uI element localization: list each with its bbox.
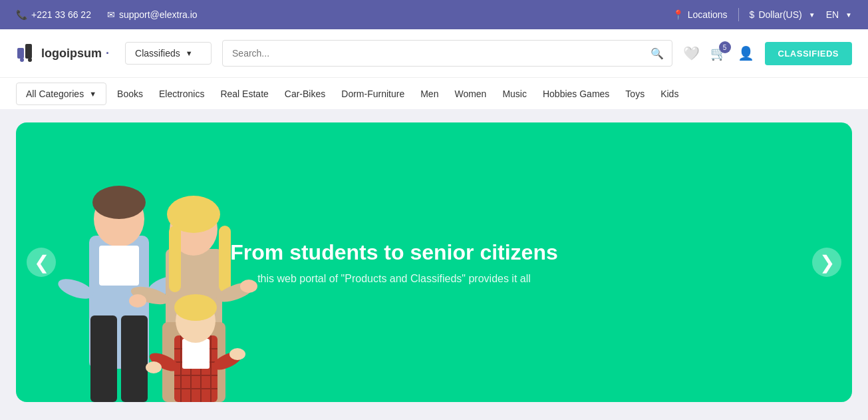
top-bar-right: 📍 Locations $ Dollar(US) ▼ EN ▼ (672, 8, 852, 21)
language-selector[interactable]: EN ▼ (826, 9, 852, 20)
nav-link-car-bikes[interactable]: Car-Bikes (285, 86, 325, 102)
classifieds-cta-button[interactable]: CLASSIFIEDS (765, 42, 852, 65)
phone-number: +221 33 66 22 (31, 9, 91, 20)
logo-text: logoipsum (41, 47, 102, 61)
all-categories-label: All Categories (26, 89, 84, 99)
phone-link[interactable]: 📞 +221 33 66 22 (16, 9, 91, 20)
svg-rect-32 (182, 339, 210, 369)
hero-banner: From students to senior citizens this we… (16, 122, 852, 402)
nav-link-books[interactable]: Books (117, 86, 143, 102)
svg-point-34 (174, 294, 217, 321)
search-button[interactable]: 🔍 (643, 42, 672, 65)
search-input[interactable] (223, 43, 643, 64)
top-bar: 📞 +221 33 66 22 ✉ support@elextra.io 📍 L… (0, 0, 868, 29)
locations-link[interactable]: 📍 Locations (672, 9, 728, 20)
currency-chevron-icon: ▼ (809, 11, 815, 19)
nav-link-women[interactable]: Women (454, 86, 486, 102)
wishlist-button[interactable]: 🤍 (683, 45, 700, 61)
chevron-right-icon: ❯ (819, 252, 835, 274)
classifieds-dropdown-label: Classifieds (135, 48, 180, 59)
nav-link-kids[interactable]: Kids (660, 86, 678, 102)
location-icon: 📍 (672, 9, 684, 20)
heart-icon: 🤍 (683, 46, 700, 61)
email-address: support@elextra.io (119, 9, 198, 20)
nav-link-men[interactable]: Men (420, 86, 438, 102)
locations-label: Locations (688, 9, 728, 20)
svg-point-2 (20, 58, 24, 62)
nav-link-toys[interactable]: Toys (625, 86, 645, 102)
svg-rect-9 (99, 246, 139, 286)
svg-point-38 (229, 348, 245, 360)
svg-point-37 (146, 361, 162, 373)
user-account-button[interactable]: 👤 (738, 45, 754, 61)
hero-section: From students to senior citizens this we… (0, 109, 868, 415)
currency-selector[interactable]: $ Dollar(US) ▼ (750, 9, 815, 20)
header-icons: 🤍 🛒 5 👤 (683, 45, 754, 61)
phone-icon: 📞 (16, 9, 27, 20)
classifieds-chevron-icon: ▼ (186, 49, 193, 57)
nav-link-music[interactable]: Music (502, 86, 527, 102)
top-bar-left: 📞 +221 33 66 22 ✉ support@elextra.io (16, 9, 198, 20)
logo[interactable]: logoipsum · (16, 43, 109, 64)
nav-link-real-estate[interactable]: Real Estate (220, 86, 268, 102)
email-icon: ✉ (107, 9, 115, 20)
separator (738, 8, 739, 21)
svg-rect-7 (90, 315, 117, 402)
nav-link-hobbies-games[interactable]: Hobbies Games (543, 86, 609, 102)
email-link[interactable]: ✉ support@elextra.io (107, 9, 198, 20)
svg-rect-17 (169, 226, 181, 292)
cart-button[interactable]: 🛒 5 (710, 45, 727, 61)
all-categories-chevron-icon: ▼ (89, 90, 96, 98)
svg-point-3 (28, 58, 32, 62)
cart-badge: 5 (719, 41, 731, 53)
all-categories-button[interactable]: All Categories ▼ (16, 83, 106, 105)
svg-rect-8 (121, 315, 148, 402)
logo-icon (16, 43, 37, 64)
classifieds-dropdown-button[interactable]: Classifieds ▼ (125, 42, 212, 65)
hero-prev-button[interactable]: ❮ (27, 248, 56, 277)
language-chevron-icon: ▼ (845, 11, 852, 19)
nav-links: BooksElectronicsReal EstateCar-BikesDorm… (117, 86, 852, 102)
svg-rect-0 (17, 48, 24, 59)
svg-point-21 (129, 294, 146, 308)
user-icon: 👤 (738, 46, 754, 61)
chevron-left-icon: ❮ (34, 252, 49, 274)
svg-point-22 (240, 280, 257, 293)
nav-bar: All Categories ▼ BooksElectronicsReal Es… (0, 77, 868, 109)
currency-label: Dollar(US) (758, 9, 801, 20)
search-icon: 🔍 (651, 48, 664, 59)
hero-next-button[interactable]: ❯ (812, 248, 841, 277)
currency-icon: $ (750, 9, 755, 20)
svg-point-6 (92, 186, 146, 219)
nav-link-dorm-furniture[interactable]: Dorm-Furniture (341, 86, 404, 102)
svg-rect-1 (25, 44, 32, 59)
search-bar: 🔍 (222, 40, 672, 67)
language-label: EN (826, 9, 839, 20)
nav-link-electronics[interactable]: Electronics (159, 86, 204, 102)
logo-dot: · (106, 47, 109, 61)
svg-rect-18 (219, 226, 231, 292)
header: logoipsum · Classifieds ▼ 🔍 🤍 🛒 5 👤 CLAS… (0, 29, 868, 77)
hero-illustration (49, 122, 355, 402)
